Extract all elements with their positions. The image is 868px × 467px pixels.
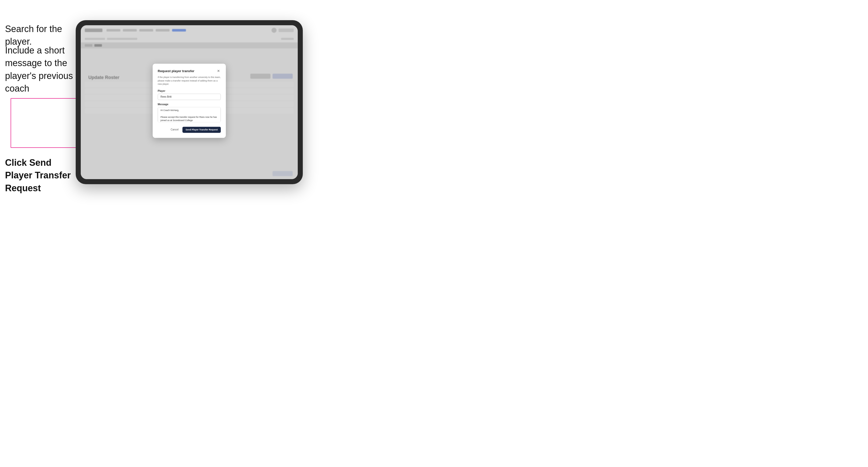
message-field-label: Message [158, 103, 221, 106]
transfer-request-modal: Request player transfer ✕ If the player … [153, 64, 226, 138]
tablet-frame: Update Roster [76, 20, 303, 184]
annotation-click-text: Click Send Player Transfer Request [5, 156, 73, 194]
message-textarea[interactable]: Hi Coach McHarg, Please accept this tran… [158, 107, 221, 122]
modal-overlay: Request player transfer ✕ If the player … [81, 25, 298, 179]
modal-close-button[interactable]: ✕ [216, 69, 221, 73]
send-transfer-request-button[interactable]: Send Player Transfer Request [182, 127, 221, 133]
annotation-message-text: Include a short message to the player's … [5, 44, 73, 95]
modal-header: Request player transfer ✕ [158, 69, 221, 73]
player-field-label: Player [158, 90, 221, 92]
modal-description: If the player is transferring from anoth… [158, 76, 221, 86]
cancel-button[interactable]: Cancel [168, 127, 180, 132]
modal-title: Request player transfer [158, 69, 194, 73]
player-search-input[interactable] [158, 94, 221, 100]
tablet-screen: Update Roster [81, 25, 298, 179]
modal-actions: Cancel Send Player Transfer Request [158, 127, 221, 133]
